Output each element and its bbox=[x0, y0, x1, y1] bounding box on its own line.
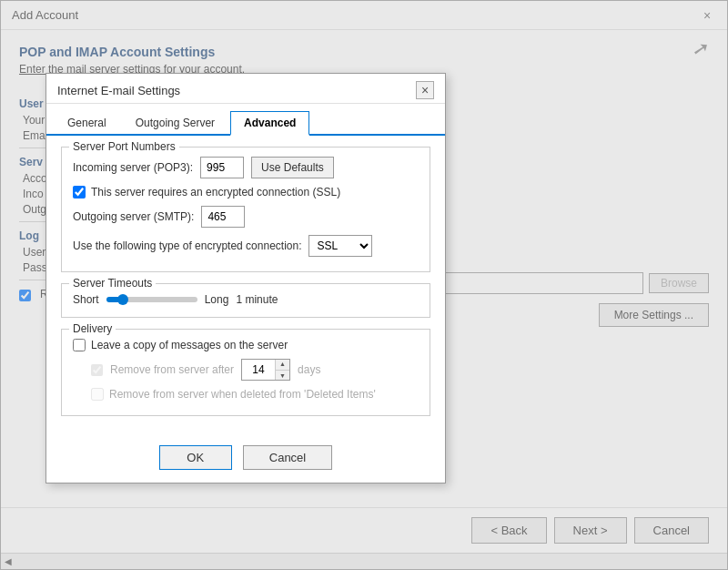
remove-after-row: Remove from server after ▲ ▼ days bbox=[91, 359, 419, 381]
days-label: days bbox=[298, 363, 320, 376]
remove-deleted-row: Remove from server when deleted from 'De… bbox=[91, 388, 419, 401]
use-defaults-button[interactable]: Use Defaults bbox=[251, 157, 334, 178]
remove-deleted-label: Remove from server when deleted from 'De… bbox=[109, 388, 376, 401]
remove-after-checkbox bbox=[91, 364, 103, 376]
dialog-close-button[interactable]: × bbox=[416, 81, 434, 99]
timeout-value: 1 minute bbox=[236, 293, 278, 306]
remove-after-spinbox[interactable]: ▲ ▼ bbox=[241, 359, 290, 381]
incoming-server-row: Incoming server (POP3): Use Defaults bbox=[73, 157, 419, 178]
ssl-checkbox-label: This server requires an encrypted connec… bbox=[91, 186, 340, 198]
server-port-legend: Server Port Numbers bbox=[69, 140, 179, 153]
tab-advanced[interactable]: Advanced bbox=[230, 111, 309, 136]
remove-deleted-checkbox bbox=[91, 388, 104, 401]
dialog-ok-button[interactable]: OK bbox=[159, 445, 232, 470]
dialog-footer: OK Cancel bbox=[46, 436, 445, 483]
incoming-label: Incoming server (POP3): bbox=[73, 161, 193, 174]
encryption-row: Use the following type of encrypted conn… bbox=[73, 235, 419, 257]
dialog-cancel-button[interactable]: Cancel bbox=[243, 445, 332, 470]
dialog-titlebar: Internet E-mail Settings × bbox=[46, 74, 445, 104]
ssl-checkbox-row: This server requires an encrypted connec… bbox=[73, 186, 419, 198]
tab-outgoing-server[interactable]: Outgoing Server bbox=[122, 111, 228, 136]
server-port-group: Server Port Numbers Incoming server (POP… bbox=[61, 147, 430, 272]
timeout-row: Short Long 1 minute bbox=[73, 293, 419, 306]
slider-thumb bbox=[117, 294, 128, 305]
spinbox-down-arrow[interactable]: ▼ bbox=[276, 371, 289, 382]
encryption-select[interactable]: SSL TLS Auto None bbox=[308, 235, 372, 257]
encryption-label: Use the following type of encrypted conn… bbox=[73, 239, 301, 252]
leave-copy-label: Leave a copy of messages on the server bbox=[91, 339, 288, 351]
dialog-body: Server Port Numbers Incoming server (POP… bbox=[46, 136, 445, 436]
leave-copy-checkbox[interactable] bbox=[73, 339, 86, 351]
spinbox-arrows: ▲ ▼ bbox=[275, 359, 289, 381]
incoming-port-input[interactable] bbox=[200, 157, 244, 178]
internet-email-settings-dialog: Internet E-mail Settings × General Outgo… bbox=[46, 73, 446, 483]
spinbox-up-arrow[interactable]: ▲ bbox=[276, 359, 289, 371]
outgoing-server-row: Outgoing server (SMTP): bbox=[73, 206, 419, 228]
delivery-group: Delivery Leave a copy of messages on the… bbox=[61, 329, 430, 416]
long-label: Long bbox=[205, 293, 229, 306]
outgoing-port-input[interactable] bbox=[201, 206, 245, 228]
leave-copy-row: Leave a copy of messages on the server bbox=[73, 339, 419, 351]
tab-general[interactable]: General bbox=[54, 111, 120, 136]
ssl-checkbox[interactable] bbox=[73, 186, 86, 198]
short-label: Short bbox=[73, 293, 99, 306]
modal-overlay: Internet E-mail Settings × General Outgo… bbox=[0, 0, 728, 570]
timeout-slider[interactable] bbox=[106, 297, 197, 302]
outgoing-label: Outgoing server (SMTP): bbox=[73, 210, 194, 223]
dialog-tabs: General Outgoing Server Advanced bbox=[46, 104, 445, 136]
server-timeouts-group: Server Timeouts Short Long 1 minute bbox=[61, 283, 430, 318]
server-timeouts-legend: Server Timeouts bbox=[69, 277, 156, 290]
remove-after-input[interactable] bbox=[242, 360, 275, 380]
dialog-title: Internet E-mail Settings bbox=[57, 84, 180, 97]
delivery-legend: Delivery bbox=[69, 322, 116, 335]
remove-after-label: Remove from server after bbox=[110, 363, 234, 376]
